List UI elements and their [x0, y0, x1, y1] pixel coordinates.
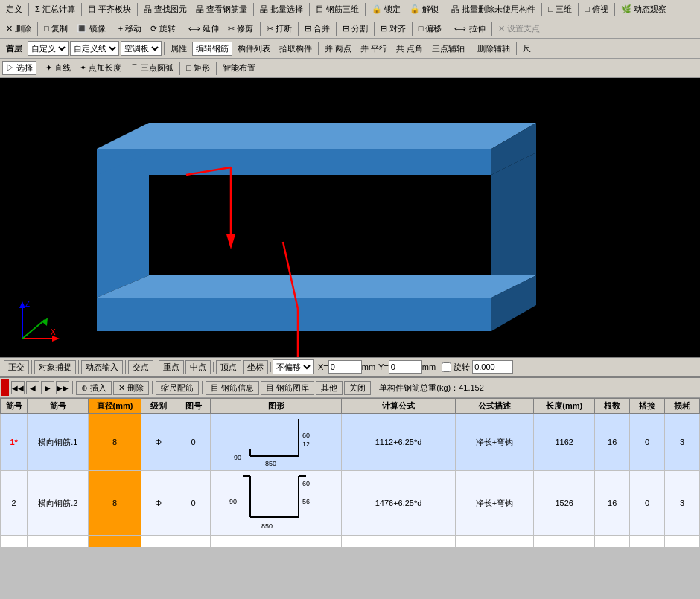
btn-split[interactable]: ⊟ 分割 [339, 22, 372, 36]
btn-select[interactable]: ▷ 选择 [2, 61, 36, 75]
sep-s2 [78, 360, 79, 374]
btn-other[interactable]: 其他 [316, 381, 343, 395]
btn-batch-delete[interactable]: 晶 批量删除未使用构件 [448, 2, 539, 16]
btn-unlock[interactable]: 🔓 解锁 [406, 2, 442, 16]
x-input[interactable] [328, 360, 362, 374]
btn-first[interactable]: ◀◀ [11, 381, 25, 394]
layer-select[interactable]: 自定义 [28, 41, 69, 56]
table-row[interactable]: 3 横向钢筋.3 Φ 725 类似11689... 净长+弯钩 725 [1, 536, 700, 548]
btn-trim[interactable]: ✂ 修剪 [224, 22, 257, 36]
svg-marker-3 [97, 153, 149, 298]
cell-name: 横向钢筋.2 [28, 471, 89, 536]
toolbar-layer: 首层 自定义 自定义线 空调板 属性 编辑钢筋 构件列表 拾取构件 并 两点 并… [0, 39, 700, 59]
btn-rotate[interactable]: ⟳ 旋转 [147, 22, 179, 36]
viewport-3d[interactable]: Z X [0, 78, 700, 357]
btn-properties[interactable]: 属性 [167, 42, 191, 56]
btn-set-pivot[interactable]: ✕ 设置支点 [494, 22, 544, 36]
cell-grade: Φ [141, 536, 176, 548]
table-row[interactable]: 2 横向钢筋.2 8 Φ 0 [1, 471, 700, 536]
cell-name: 横向钢筋.3 [28, 536, 89, 548]
sep-b1 [72, 381, 73, 394]
btn-midpoint[interactable]: 重点 [159, 360, 184, 374]
table-row[interactable]: 1* 横向钢筋.1 8 Φ 0 [1, 414, 700, 471]
btn-next[interactable]: ▶ [41, 381, 54, 394]
btn-parallel[interactable]: 并 平行 [357, 42, 391, 56]
btn-rebar-info[interactable]: 目 钢筋信息 [206, 381, 259, 395]
btn-component-list[interactable]: 构件列表 [234, 42, 274, 56]
btn-three-point-aux[interactable]: 三点辅轴 [428, 42, 468, 56]
btn-lock[interactable]: 🔒 锁定 [368, 2, 404, 16]
btn-rect[interactable]: □ 矩形 [182, 61, 214, 75]
btn-insert[interactable]: ⊕ 插入 [76, 381, 112, 395]
btn-top-view[interactable]: □ 俯视 [581, 2, 612, 16]
btn-delete[interactable]: ✕ 删除 [2, 22, 35, 36]
layer-line-select[interactable]: 自定义线 [70, 41, 119, 56]
cell-count [595, 536, 630, 548]
btn-point-angle[interactable]: 共 点角 [392, 42, 427, 56]
btn-point-length[interactable]: ✦ 点加长度 [76, 61, 125, 75]
x-unit: mm [362, 362, 375, 371]
btn-merge[interactable]: ⊞ 合并 [301, 22, 334, 36]
col-header-diameter: 直径(mm) [89, 399, 141, 414]
btn-vertex[interactable]: 顶点 [216, 360, 241, 374]
btn-dynamic-input[interactable]: 动态输入 [81, 360, 123, 374]
btn-level-board[interactable]: 目 平齐板块 [84, 2, 135, 16]
btn-snap[interactable]: 对象捕捉 [34, 360, 76, 374]
btn-two-point[interactable]: 并 两点 [321, 42, 355, 56]
btn-ortho[interactable]: 正交 [4, 360, 29, 374]
sep-l2 [318, 42, 319, 55]
btn-intersection[interactable]: 交点 [128, 360, 153, 374]
sep3 [137, 3, 138, 16]
btn-batch-select[interactable]: 晶 批量选择 [256, 2, 307, 16]
btn-extend[interactable]: ⟺ 延伸 [185, 22, 223, 36]
btn-del-row[interactable]: ✕ 删除 [113, 381, 149, 395]
btn-prev[interactable]: ◀ [26, 381, 39, 394]
cell-id: 2 [1, 471, 28, 536]
cell-figure: 60 12 850 90 [211, 414, 342, 471]
component-select[interactable]: 空调板 [121, 41, 162, 56]
btn-ruler[interactable]: 尺 [519, 42, 535, 56]
sep-e9 [448, 22, 448, 36]
btn-align[interactable]: ⊟ 对齐 [377, 22, 410, 36]
btn-edit-rebar[interactable]: 编辑钢筋 [192, 42, 232, 56]
btn-pick-component[interactable]: 拾取构件 [276, 42, 316, 56]
btn-rebar-3d[interactable]: 目 钢筋三维 [312, 2, 363, 16]
btn-line[interactable]: ✦ 直线 [42, 61, 74, 75]
btn-stretch[interactable]: ⟺ 拉伸 [451, 22, 489, 36]
btn-coord[interactable]: 坐标 [243, 360, 268, 374]
btn-3d-view[interactable]: □ 三维 [544, 2, 576, 16]
btn-dynamic-view[interactable]: 🌿 动态观察 [617, 2, 670, 16]
sep-s4 [156, 362, 156, 372]
cell-formula: 1112+6.25*d [342, 414, 455, 471]
btn-copy[interactable]: □ 复制 [40, 22, 71, 36]
rotate-checkbox[interactable] [442, 362, 451, 372]
btn-calc-total[interactable]: Σ 汇总计算 [31, 2, 79, 16]
red-marker[interactable] [1, 379, 9, 396]
menu-define[interactable]: 定义 [2, 2, 26, 16]
btn-offset[interactable]: □ 偏移 [415, 22, 446, 36]
col-header-figno: 图号 [176, 399, 211, 414]
bias-select[interactable]: 不偏移 [273, 359, 314, 374]
btn-last[interactable]: ▶▶ [56, 381, 69, 394]
btn-arc[interactable]: ⌒ 三点圆弧 [127, 61, 177, 75]
btn-center[interactable]: 中点 [185, 360, 211, 374]
btn-smart-layout[interactable]: 智能布置 [219, 61, 259, 75]
btn-view-rebar[interactable]: 晶 查看钢筋量 [192, 2, 251, 16]
svg-marker-9 [226, 234, 235, 249]
btn-break[interactable]: ✂ 打断 [263, 22, 296, 36]
cell-id: 1* [1, 414, 28, 471]
btn-rebar-lib[interactable]: 目 钢筋图库 [261, 381, 314, 395]
sep2 [81, 3, 82, 16]
cell-count: 16 [595, 414, 630, 471]
btn-move[interactable]: + 移动 [115, 22, 145, 36]
cell-grade: Φ [141, 414, 176, 471]
btn-find-element[interactable]: 晶 查找图元 [140, 2, 191, 16]
sep-b3 [202, 381, 203, 394]
sep-s6 [270, 362, 271, 372]
btn-mirror[interactable]: 🔳 镜像 [73, 22, 109, 36]
btn-scale-rebar[interactable]: 缩尺配筋 [156, 381, 199, 395]
btn-close[interactable]: 关闭 [344, 381, 371, 395]
y-input[interactable] [389, 360, 422, 374]
btn-delete-aux[interactable]: 删除辅轴 [474, 42, 514, 56]
rotate-input[interactable] [472, 360, 513, 374]
